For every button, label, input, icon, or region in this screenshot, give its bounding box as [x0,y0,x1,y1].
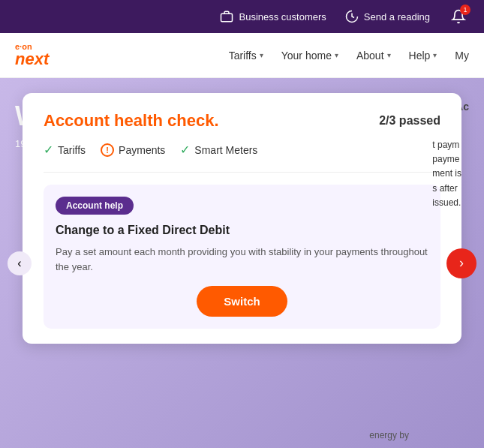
check-item-tariffs: ✓ Tariffs [44,143,86,157]
health-check-title: Account health check. [44,111,219,131]
energy-text: energy by [369,430,409,440]
arrow-right-button[interactable]: › [446,248,476,278]
send-reading-label: Send a reading [364,11,430,23]
health-check-items: ✓ Tariffs ! Payments ✓ Smart Meters [44,143,440,157]
check-item-payments: ! Payments [101,143,165,157]
switch-button[interactable]: Switch [197,286,287,317]
arrow-left-icon: ‹ [17,257,21,270]
payment-detail2: ment is [432,167,461,181]
nav-help[interactable]: Help ▾ [409,50,437,62]
nav-my[interactable]: My [455,50,469,62]
nav-my-label: My [455,50,469,62]
check-label-tariffs: Tariffs [58,144,86,156]
logo-next: next [15,51,49,68]
payment-detail4: issued. [432,196,461,210]
check-icon: ✓ [44,143,53,157]
account-help-badge: Account help [56,197,134,215]
nav-your-home-label: Your home [281,50,332,62]
meter-icon [344,9,359,24]
nav-tariffs[interactable]: Tariffs ▾ [229,50,263,62]
account-help-description: Pay a set amount each month providing yo… [56,245,428,274]
payment-detail3: s after [432,182,461,196]
check-label-payments: Payments [119,144,165,156]
payment-label: t paym [432,138,461,152]
business-customers-label: Business customers [239,11,326,23]
health-check-header: Account health check. 2/3 passed [44,111,440,131]
account-help-card: Account help Change to a Fixed Direct De… [44,185,440,329]
notification-bell[interactable]: 1 [448,6,469,27]
top-bar: Business customers Send a reading 1 [0,0,484,33]
svg-rect-0 [221,14,233,22]
nav-about[interactable]: About ▾ [356,50,391,62]
briefcase-icon [219,9,234,24]
divider [44,172,440,173]
check-label-smart-meters: Smart Meters [194,144,257,156]
nav-tariffs-label: Tariffs [229,50,257,62]
send-reading-link[interactable]: Send a reading [344,9,430,24]
chevron-down-icon: ▾ [335,51,338,59]
page-background: We 192 G Ac Account health check. 2/3 pa… [0,78,484,448]
payment-detail1: payme [432,152,461,167]
health-check-score: 2/3 passed [379,114,440,128]
check-item-smart-meters: ✓ Smart Meters [180,143,257,157]
payment-info: t paym payme ment is s after issued. [432,138,461,210]
chevron-down-icon: ▾ [433,51,437,59]
business-customers-link[interactable]: Business customers [219,9,326,24]
nav-your-home[interactable]: Your home ▾ [281,50,338,62]
notification-badge: 1 [460,5,470,15]
check-icon: ✓ [180,143,190,157]
nav-help-label: Help [409,50,431,62]
arrow-right-icon: › [459,255,464,271]
arrow-left-button[interactable]: ‹ [8,251,32,275]
nav-items: Tariffs ▾ Your home ▾ About ▾ Help ▾ My [229,50,469,62]
chevron-down-icon: ▾ [387,51,391,59]
nav-about-label: About [356,50,384,62]
main-nav: e·on next Tariffs ▾ Your home ▾ About ▾ … [0,33,484,78]
warning-icon: ! [101,143,114,157]
chevron-down-icon: ▾ [260,51,263,59]
account-help-title: Change to a Fixed Direct Debit [56,224,428,237]
logo: e·on next [15,43,49,68]
health-check-card: Account health check. 2/3 passed ✓ Tarif… [23,93,461,344]
